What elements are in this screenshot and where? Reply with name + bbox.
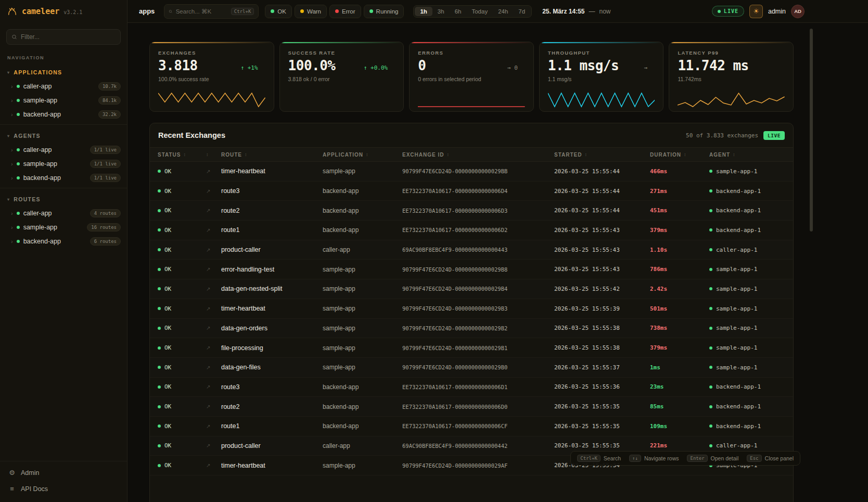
column-header-route[interactable]: ROUTE↕ bbox=[221, 152, 323, 158]
sidebar-footer-admin[interactable]: ⚙Admin bbox=[0, 465, 127, 481]
time-range-today[interactable]: Today bbox=[466, 7, 493, 16]
started-cell: 2026-03-25 15:55:36 bbox=[554, 383, 650, 390]
agent-cell: caller-app-1 bbox=[709, 442, 793, 449]
status-filter-error[interactable]: Error bbox=[329, 5, 361, 18]
table-row[interactable]: OK↗file-processingsample-app90799F47E6CD… bbox=[150, 338, 793, 358]
global-search[interactable]: Ctrl+K bbox=[164, 4, 259, 19]
column-header-link[interactable]: ↕ bbox=[206, 152, 221, 157]
agent-status-dot bbox=[709, 366, 712, 369]
column-header-started[interactable]: STARTED↕ bbox=[554, 152, 650, 158]
agent-status-dot bbox=[709, 405, 712, 408]
scrollbar[interactable] bbox=[810, 29, 813, 231]
chevron-right-icon: › bbox=[11, 175, 13, 181]
route-cell: data-gen-orders bbox=[221, 325, 323, 332]
agent-cell: backend-app-1 bbox=[709, 383, 793, 390]
chevron-right-icon: › bbox=[11, 111, 13, 118]
sidebar-item-label: backend-app bbox=[23, 174, 61, 182]
table-row[interactable]: OK↗route1backend-appEE7322370A10617-0000… bbox=[150, 221, 793, 240]
status-filter-ok[interactable]: OK bbox=[265, 5, 292, 18]
agent-label: sample-app-1 bbox=[716, 344, 757, 351]
time-range-1h[interactable]: 1h bbox=[415, 7, 432, 16]
sidebar-section-header[interactable]: ▾ROUTES bbox=[0, 192, 127, 206]
time-range-7d[interactable]: 7d bbox=[513, 7, 530, 16]
theme-toggle-button[interactable]: ☀ bbox=[749, 5, 763, 18]
duration-cell: 1.10s bbox=[650, 247, 709, 253]
filter-input[interactable] bbox=[21, 33, 116, 41]
status-label: OK bbox=[164, 188, 171, 195]
exchange-id-cell: EE7322370A10617-00000000000006D3 bbox=[402, 208, 554, 214]
column-label: DURATION bbox=[650, 152, 681, 158]
sidebar-item-caller-app[interactable]: ›caller-app10.7k bbox=[0, 79, 127, 93]
sidebar-item-backend-app[interactable]: ›backend-app32.2k bbox=[0, 107, 127, 121]
table-row[interactable]: OK↗route2backend-appEE7322370A10617-0000… bbox=[150, 201, 793, 221]
sidebar-item-backend-app[interactable]: ›backend-app6 routes bbox=[0, 234, 127, 248]
table-row[interactable]: OK↗timer-heartbeatsample-app90799F47E6CD… bbox=[150, 299, 793, 319]
page-title: apps bbox=[139, 7, 155, 15]
status-dot bbox=[17, 99, 20, 102]
agent-status-dot bbox=[709, 385, 712, 389]
stat-value: 100.0% bbox=[288, 59, 336, 72]
sidebar-item-caller-app[interactable]: ›caller-app4 routes bbox=[0, 206, 127, 220]
table-row[interactable]: OK↗data-gen-orderssample-app90799F47E6CD… bbox=[150, 319, 793, 339]
sidebar-item-backend-app[interactable]: ›backend-app1/1 live bbox=[0, 171, 127, 185]
column-label: STATUS bbox=[158, 152, 181, 158]
sidebar-footer-api-docs[interactable]: ≡API Docs bbox=[0, 481, 127, 497]
card-accent-bar bbox=[150, 42, 274, 43]
search-input[interactable] bbox=[176, 8, 228, 15]
chevron-down-icon: ▾ bbox=[7, 197, 10, 202]
table-row[interactable]: OK↗product-callercaller-app69AC90BF8EBC4… bbox=[150, 240, 793, 260]
status-filter-warn[interactable]: Warn bbox=[295, 5, 327, 18]
app-root: cameleer v3.2.1 NAVIGATION ▾APPLICATIONS… bbox=[0, 0, 868, 502]
table-row[interactable]: OK↗data-gen-nested-splitsample-app90799F… bbox=[150, 279, 793, 299]
started-cell: 2026-03-25 15:55:44 bbox=[554, 188, 650, 195]
table-row[interactable]: OK↗route1backend-appEE7322370A10617-0000… bbox=[150, 417, 793, 436]
time-range-6h[interactable]: 6h bbox=[450, 7, 467, 16]
sidebar-section-header[interactable]: ▾APPLICATIONS bbox=[0, 66, 127, 79]
sidebar-item-sample-app[interactable]: ›sample-app84.1k bbox=[0, 93, 127, 107]
exchange-id-cell: EE7322370A10617-00000000000006D4 bbox=[402, 188, 554, 194]
panel-header: Recent Exchanges 50 of 3.833 exchanges L… bbox=[150, 123, 793, 147]
status-label: OK bbox=[164, 462, 171, 469]
exchange-id-cell: 90799F47E6CD24D-00000000000029B1 bbox=[402, 345, 554, 351]
card-accent-bar bbox=[280, 42, 404, 43]
sidebar-item-sample-app[interactable]: ›sample-app1/1 live bbox=[0, 157, 127, 171]
table-row[interactable]: OK↗timer-heartbeatsample-app90799F47E6CD… bbox=[150, 162, 793, 182]
hint-label: Close panel bbox=[765, 455, 794, 461]
sidebar-item-caller-app[interactable]: ›caller-app1/1 live bbox=[0, 143, 127, 157]
table-row[interactable]: OK↗error-handling-testsample-app90799F47… bbox=[150, 260, 793, 279]
card-accent-bar bbox=[669, 42, 793, 43]
table-row[interactable]: OK↗route3backend-appEE7322370A10617-0000… bbox=[150, 378, 793, 397]
column-header-exchange-id[interactable]: EXCHANGE ID↕ bbox=[402, 152, 554, 158]
stat-value-row: 0→ 0 bbox=[418, 59, 525, 72]
status-filter-running[interactable]: Running bbox=[364, 5, 404, 18]
column-header-agent[interactable]: AGENT↕ bbox=[709, 152, 793, 158]
duration-cell: 109ms bbox=[650, 423, 709, 430]
sidebar-item-sample-app[interactable]: ›sample-app16 routes bbox=[0, 220, 127, 234]
sidebar-section-header[interactable]: ▾AGENTS bbox=[0, 129, 127, 143]
sidebar-filter[interactable] bbox=[6, 29, 121, 45]
live-indicator[interactable]: LIVE bbox=[712, 6, 744, 17]
column-header-duration[interactable]: DURATION↕ bbox=[650, 152, 709, 158]
table-row[interactable]: OK↗route2backend-appEE7322370A10617-0000… bbox=[150, 397, 793, 417]
application-cell: sample-app bbox=[323, 266, 402, 273]
time-range-24h[interactable]: 24h bbox=[493, 7, 513, 16]
time-range-3h[interactable]: 3h bbox=[432, 7, 450, 16]
agent-cell: caller-app-1 bbox=[709, 247, 793, 253]
hint-key: Esc bbox=[747, 455, 761, 462]
table-row[interactable]: OK↗route3backend-appEE7322370A10617-0000… bbox=[150, 182, 793, 201]
table-row[interactable]: OK↗data-gen-filessample-app90799F47E6CD2… bbox=[150, 358, 793, 378]
date-separator: — bbox=[589, 8, 595, 15]
count-badge: 4 routes bbox=[90, 209, 121, 217]
stat-cards: EXCHANGES3.818↑ +1%100.0% success rateSU… bbox=[149, 42, 794, 112]
date-from: 25. März 14:55 bbox=[542, 8, 584, 15]
stat-label: THROUGHPUT bbox=[548, 50, 655, 56]
column-header-status[interactable]: STATUS↕ bbox=[158, 152, 206, 158]
application-cell: backend-app bbox=[323, 422, 402, 430]
application-cell: backend-app bbox=[323, 383, 402, 391]
column-header-application[interactable]: APPLICATION↕ bbox=[323, 152, 402, 158]
external-link-icon: ↗ bbox=[206, 443, 221, 448]
stat-subtext: 3.818 ok / 0 error bbox=[288, 76, 395, 82]
date-range[interactable]: 25. März 14:55 — now bbox=[542, 8, 610, 15]
duration-cell: 451ms bbox=[650, 207, 709, 214]
avatar[interactable]: AD bbox=[791, 5, 805, 18]
